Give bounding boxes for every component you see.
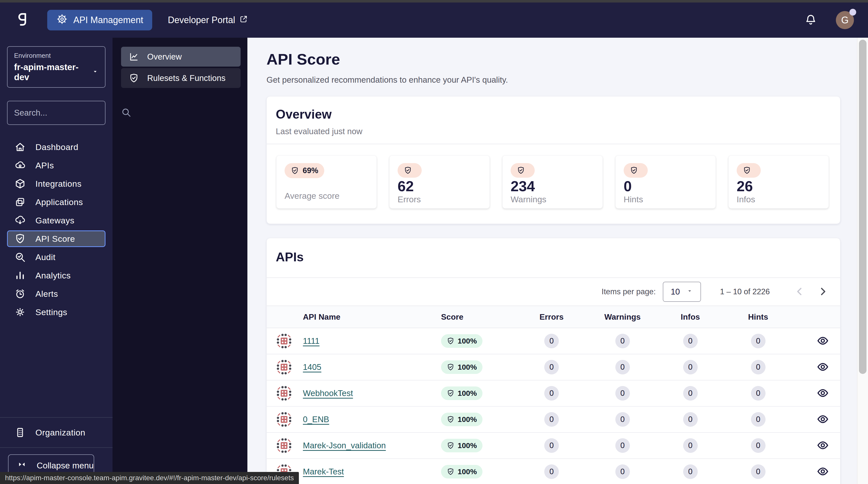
sidebar-item-audit[interactable]: Audit (7, 249, 105, 265)
score-badge: 100% (441, 334, 483, 348)
score-badge: 100% (441, 387, 483, 400)
view-api-button[interactable] (816, 361, 829, 374)
table-row: Marek-Test 100% 0 0 0 0 (267, 459, 840, 484)
table-row: 1111 100% 0 0 0 0 (267, 328, 840, 354)
developer-portal-link[interactable]: Developer Portal (168, 14, 248, 26)
stat-card-errors: 62 Errors (389, 155, 490, 209)
errors-count-badge: 0 (544, 412, 559, 427)
sidebar-item-api-score[interactable]: API Score (7, 231, 105, 247)
apis-title: APIs (276, 250, 829, 264)
api-name-link[interactable]: Marek-Test (303, 467, 344, 476)
hints-count-badge: 0 (751, 464, 766, 479)
errors-count-badge: 0 (544, 438, 559, 453)
errors-count-badge: 0 (544, 386, 559, 400)
collapse-menu-label: Collapse menu (37, 461, 94, 471)
table-body: 1111 100% 0 0 0 0 1405 100% 0 0 0 0 Webh… (267, 328, 840, 484)
stat-label: Errors (398, 194, 482, 204)
page-size-select[interactable]: 10 (663, 282, 701, 302)
next-page-button[interactable] (817, 286, 829, 298)
chevron-right-icon (817, 294, 829, 298)
warnings-count-badge: 0 (615, 334, 630, 348)
stat-card-hints: 0 Hints (615, 155, 716, 209)
stat-value: 0 (624, 178, 708, 194)
warnings-count-badge: 0 (615, 438, 630, 453)
developer-portal-label: Developer Portal (168, 15, 235, 25)
view-api-button[interactable] (816, 387, 829, 400)
sidebar-item-dashboard[interactable]: Dashboard (7, 139, 105, 155)
subnav-item-overview[interactable]: Overview (121, 47, 241, 67)
api-name-link[interactable]: WebhookTest (303, 389, 353, 398)
api-name-link[interactable]: Marek-Json_validation (303, 441, 386, 450)
gear-planet-icon (56, 13, 68, 27)
score-value: 100% (458, 415, 477, 424)
overview-title: Overview (276, 107, 829, 122)
hints-count-badge: 0 (751, 386, 766, 400)
column-header-score: Score (441, 312, 516, 322)
api-name-link[interactable]: 1405 (303, 362, 321, 372)
scrollbar-thumb[interactable] (859, 40, 867, 374)
sidebar-item-label: Settings (35, 307, 67, 317)
shield-check-icon (129, 73, 139, 84)
sidebar-item-label: Applications (35, 197, 83, 207)
infos-count-badge: 0 (683, 360, 698, 374)
infos-count-badge: 0 (683, 386, 698, 400)
view-api-button[interactable] (816, 439, 829, 452)
score-value: 100% (458, 389, 477, 398)
warnings-count-badge: 0 (615, 412, 630, 427)
shield-check-icon (446, 389, 455, 397)
view-api-button[interactable] (816, 413, 829, 426)
sidebar-item-label: Analytics (35, 271, 71, 280)
sidebar-footer-list: Organization (0, 424, 113, 441)
line-chart-icon (129, 52, 139, 62)
search-check-icon (14, 251, 26, 263)
status-bar-url: https://apim-master-console.team-apim.gr… (0, 472, 299, 484)
collapse-icon (17, 460, 27, 471)
stat-value: 234 (510, 178, 594, 194)
notifications-button[interactable] (804, 13, 817, 27)
environment-selector[interactable]: Environment fr-apim-master-dev (7, 46, 105, 88)
score-value: 100% (458, 441, 477, 450)
view-api-button[interactable] (816, 465, 829, 479)
bell-icon (804, 23, 817, 27)
average-score-value: 69% (303, 166, 318, 175)
api-identicon-icon (276, 333, 303, 349)
sidebar-item-integrations[interactable]: Integrations (7, 175, 105, 192)
sidebar-item-organization[interactable]: Organization (7, 424, 105, 441)
api-name-link[interactable]: 1111 (303, 336, 319, 345)
sidebar-item-gateways[interactable]: Gateways (7, 212, 105, 229)
api-name-link[interactable]: 0_ENB (303, 415, 329, 424)
sidebar-item-applications[interactable]: Applications (7, 194, 105, 210)
previous-page-button[interactable] (794, 286, 805, 298)
sidebar-item-settings[interactable]: Settings (7, 304, 105, 321)
scrollbar[interactable] (857, 38, 868, 484)
sidebar-item-label: Audit (35, 252, 56, 262)
table-row: 0_ENB 100% 0 0 0 0 (267, 406, 840, 433)
sidebar-item-label: Organization (35, 428, 85, 437)
sidebar-nav-list: Dashboard APIs Integrations Applications… (0, 137, 113, 322)
eye-icon (816, 465, 829, 479)
search-input[interactable] (14, 108, 121, 118)
score-value: 100% (458, 363, 477, 371)
cloud-arrow-icon (14, 215, 26, 226)
page-subtitle: Get personalized recommendations to enha… (267, 75, 840, 85)
gravitee-logo[interactable] (15, 11, 31, 29)
shield-check-icon (446, 468, 455, 476)
sidebar-item-analytics[interactable]: Analytics (7, 267, 105, 284)
sidebar-item-alerts[interactable]: Alerts (7, 285, 105, 302)
sidebar-search (7, 101, 105, 125)
page-size-value: 10 (671, 287, 680, 297)
view-api-button[interactable] (816, 334, 829, 348)
alarm-clock-icon (14, 288, 26, 300)
score-value: 100% (458, 337, 477, 345)
environment-label: Environment (14, 52, 98, 60)
api-identicon-icon (276, 385, 303, 401)
hints-count-badge: 0 (751, 438, 766, 453)
subnav-item-rulesets-functions[interactable]: Rulesets & Functions (121, 68, 241, 88)
errors-count-badge: 0 (544, 360, 559, 374)
api-identicon-icon (276, 359, 303, 375)
api-management-button[interactable]: API Management (47, 10, 152, 30)
sidebar-item-apis[interactable]: APIs (7, 157, 105, 174)
top-bar: API Management Developer Portal G (0, 2, 868, 38)
stat-card-infos: 26 Infos (728, 155, 829, 209)
paginator: Items per page: 10 1 – 10 of 2226 (267, 277, 840, 306)
